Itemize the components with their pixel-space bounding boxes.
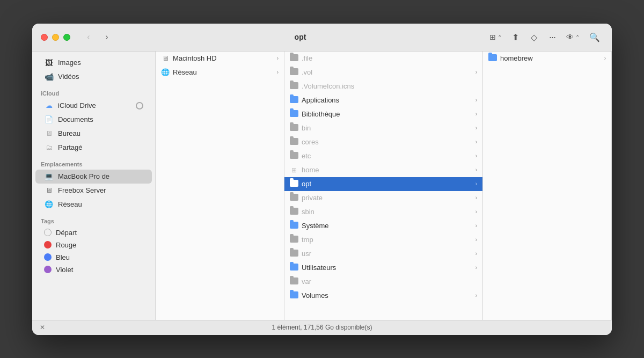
col2-file-label: .file: [302, 54, 477, 62]
sidebar-item-macbook[interactable]: 💻 MacBook Pro de: [35, 170, 152, 184]
statusbar-close-button[interactable]: ✕: [38, 323, 47, 332]
bleu-tag-icon: [44, 253, 52, 261]
col2-utilisateurs[interactable]: Utilisateurs ›: [284, 261, 482, 275]
applications-icon: [290, 96, 298, 105]
col2-etc[interactable]: etc ›: [284, 149, 482, 163]
tmp-icon: [290, 236, 298, 244]
sidebar-item-freebox[interactable]: 🖥 Freebox Server: [35, 184, 152, 198]
col2-bibliotheque[interactable]: Bibliothèque ›: [284, 107, 482, 121]
sidebar-item-videos[interactable]: 📹 Vidéos: [35, 70, 152, 84]
col2-private-arrow: ›: [475, 195, 477, 201]
grid-icon: ⊞: [489, 33, 496, 41]
col2-etc-arrow: ›: [475, 153, 477, 159]
col1-macintosh-hd[interactable]: 🖥 Macintosh HD ›: [156, 52, 284, 65]
col1-reseau-arrow: ›: [277, 69, 279, 75]
col1-reseau[interactable]: 🌐 Réseau ›: [156, 65, 284, 79]
forward-button[interactable]: ›: [99, 30, 114, 45]
col2-sbin-label: sbin: [302, 208, 472, 216]
sidebar-item-partage[interactable]: 🗂 Partagé: [35, 141, 152, 155]
usr-icon: [290, 250, 298, 258]
sidebar-item-bleu[interactable]: Bleu: [35, 251, 152, 264]
more-button[interactable]: ···: [545, 30, 560, 45]
col2-tmp-label: tmp: [302, 236, 472, 244]
col2-vol-arrow: ›: [475, 69, 477, 75]
col2-var[interactable]: var: [284, 275, 482, 289]
eye-button[interactable]: 👁 ⌃: [563, 30, 583, 45]
close-button[interactable]: [41, 34, 48, 41]
sidebar-reseau-label: Réseau: [58, 200, 82, 208]
statusbar: ✕ 1 élément, 171,56 Go disponible(s): [32, 320, 612, 335]
col3-homebrew[interactable]: homebrew ›: [483, 52, 611, 65]
private-icon: [290, 194, 298, 202]
sidebar-item-icloud-drive[interactable]: ☁ iCloud Drive: [35, 99, 152, 113]
share-button[interactable]: ⬆: [508, 30, 523, 45]
col2-sbin-arrow: ›: [475, 209, 477, 215]
sidebar-freebox-label: Freebox Server: [58, 186, 106, 194]
sidebar-item-images[interactable]: 🖼 Images: [35, 56, 152, 70]
col2-opt[interactable]: opt ›: [284, 177, 482, 191]
rouge-tag-icon: [44, 241, 52, 249]
col2-vol-label: .vol: [302, 68, 472, 76]
col2-usr[interactable]: usr ›: [284, 247, 482, 261]
search-button[interactable]: 🔍: [586, 30, 603, 45]
fullscreen-button[interactable]: [63, 34, 70, 41]
more-icon: ···: [549, 32, 555, 43]
tags-section-title: Tags: [32, 214, 155, 227]
opt-icon: [290, 180, 298, 188]
documents-icon: 📄: [44, 115, 54, 125]
search-icon: 🔍: [589, 32, 600, 42]
sidebar-item-violet[interactable]: Violet: [35, 264, 152, 276]
col2-sbin[interactable]: sbin ›: [284, 205, 482, 219]
col2-etc-label: etc: [302, 152, 472, 160]
sidebar-item-reseau[interactable]: 🌐 Réseau: [35, 198, 152, 211]
sidebar-item-rouge[interactable]: Rouge: [35, 239, 152, 251]
col2-private[interactable]: private ›: [284, 191, 482, 205]
icloud-progress-icon: [136, 102, 143, 109]
titlebar: ‹ › opt ⊞ ⌃ ⬆ ◇ ··· 👁 ⌃ 🔍: [32, 24, 612, 52]
sidebar-item-bureau[interactable]: 🖥 Bureau: [35, 127, 152, 141]
col2-file[interactable]: .file: [284, 52, 482, 65]
col2-tmp[interactable]: tmp ›: [284, 233, 482, 247]
col1-reseau-icon: 🌐: [161, 68, 170, 76]
col2-volumes[interactable]: Volumes ›: [284, 289, 482, 303]
sidebar-emplacements: Emplacements 💻 MacBook Pro de 🖥 Freebox …: [32, 157, 155, 211]
col2-home[interactable]: ⊞ home ›: [284, 163, 482, 177]
videos-icon: 📹: [44, 72, 54, 82]
sidebar-item-documents[interactable]: 📄 Documents: [35, 113, 152, 127]
sidebar-partage-label: Partagé: [58, 143, 83, 151]
status-text: 1 élément, 171,56 Go disponible(s): [272, 324, 372, 331]
sidebar-tags: Tags Départ Rouge Bleu Violet: [32, 214, 155, 276]
col2-bin-label: bin: [302, 124, 472, 132]
col2-cores[interactable]: cores ›: [284, 135, 482, 149]
minimize-button[interactable]: [52, 34, 59, 41]
view-button[interactable]: ⊞ ⌃: [486, 30, 505, 45]
col2-volumeicon[interactable]: .VolumeIcon.icns: [284, 79, 482, 93]
sidebar-rouge-label: Rouge: [56, 241, 76, 249]
tag-button[interactable]: ◇: [526, 30, 541, 45]
col1-reseau-label: Réseau: [173, 68, 274, 76]
col3-homebrew-label: homebrew: [500, 54, 601, 62]
share-icon: ⬆: [512, 32, 519, 42]
col2-opt-label: opt: [302, 180, 472, 188]
sidebar-documents-label: Documents: [58, 115, 93, 123]
bureau-icon: 🖥: [44, 129, 54, 138]
col2-opt-arrow: ›: [475, 181, 477, 187]
volumeicon-icon: [290, 82, 298, 91]
sidebar-item-depart[interactable]: Départ: [35, 227, 152, 239]
sidebar-favorites: 🖼 Images 📹 Vidéos: [32, 56, 155, 84]
col2-vol[interactable]: .vol ›: [284, 65, 482, 79]
freebox-icon: 🖥: [44, 186, 54, 195]
col2-applications[interactable]: Applications ›: [284, 93, 482, 107]
column-2: .file .vol › .VolumeIcon.icns Applicatio…: [284, 52, 483, 320]
col2-utilisateurs-arrow: ›: [475, 265, 477, 271]
col2-utilisateurs-label: Utilisateurs: [302, 264, 472, 272]
col2-usr-label: usr: [302, 250, 472, 258]
var-icon: [290, 277, 298, 286]
back-button[interactable]: ‹: [81, 30, 96, 45]
col2-bin[interactable]: bin ›: [284, 121, 482, 135]
col2-applications-arrow: ›: [475, 97, 477, 103]
col1-macintosh-hd-label: Macintosh HD: [173, 54, 274, 62]
col2-systeme[interactable]: Système ›: [284, 219, 482, 233]
etc-icon: [290, 152, 298, 160]
depart-tag-icon: [44, 229, 52, 236]
